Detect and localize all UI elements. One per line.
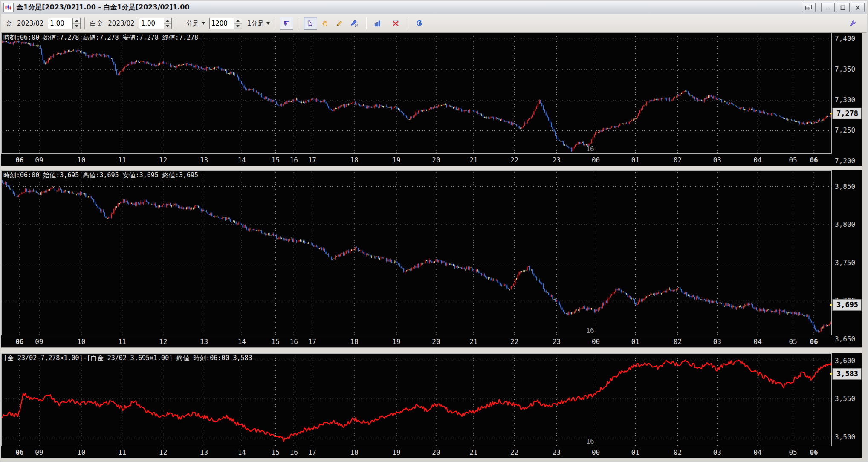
- marker-tool-button[interactable]: [347, 17, 361, 30]
- trading-app-window: { "window": { "title": "金1分足[2023/02]1.0…: [0, 0, 868, 462]
- svg-text:23: 23: [553, 156, 561, 164]
- svg-text:3,850: 3,850: [835, 182, 855, 191]
- highlighter-icon: [350, 18, 358, 29]
- svg-text:3,650: 3,650: [835, 335, 855, 343]
- svg-text:17: 17: [308, 448, 316, 456]
- svg-text:3,600: 3,600: [835, 357, 855, 365]
- title-bar[interactable]: 金1分足[2023/02]1.00 - 白金1分足[2023/02]1.00: [1, 1, 867, 14]
- svg-text:09: 09: [35, 156, 43, 164]
- spread-chart-panel[interactable]: 16[金 23/02 7,278×1.00]-[白金 23/02 3,695×1…: [1, 353, 862, 458]
- refresh-icon: R: [416, 18, 423, 29]
- svg-text:21: 21: [469, 156, 477, 164]
- svg-text:3,550: 3,550: [835, 395, 855, 403]
- period-type-dropdown[interactable]: 分足: [186, 20, 205, 28]
- gold-contract-month: 2023/02: [17, 20, 43, 27]
- bar-count-input[interactable]: [209, 18, 234, 29]
- gold-chart-panel[interactable]: 16時刻:06:00 始値:7,278 高値:7,278 安値:7,278 終値…: [1, 33, 862, 166]
- maximize-button[interactable]: [836, 3, 850, 12]
- svg-text:12: 12: [159, 448, 167, 456]
- platinum-multiplier-spinbox: [139, 18, 172, 29]
- svg-text:01: 01: [631, 448, 639, 456]
- chart-delete-icon: [392, 18, 399, 29]
- gold-multiplier-spinner[interactable]: [72, 18, 81, 29]
- svg-text:12: 12: [159, 156, 167, 164]
- svg-text:22: 22: [510, 448, 518, 456]
- close-button[interactable]: [851, 3, 865, 12]
- chevron-down-icon: [266, 22, 270, 25]
- panel-splitter[interactable]: [1, 166, 862, 170]
- svg-text:00: 00: [592, 338, 600, 346]
- svg-text:00: 00: [592, 156, 600, 164]
- minimize-button[interactable]: [821, 3, 835, 12]
- svg-text:02: 02: [674, 448, 682, 456]
- toolbar: 金 2023/02 白金 2023/02 分足 1分足: [1, 14, 867, 33]
- svg-text:20: 20: [432, 448, 440, 456]
- settings-button[interactable]: [846, 17, 860, 30]
- svg-text:04: 04: [754, 448, 762, 456]
- reload-chart-button[interactable]: R: [413, 17, 426, 30]
- period-type-label: 分足: [186, 20, 199, 28]
- app-candlestick-icon: [3, 3, 14, 12]
- svg-text:09: 09: [35, 338, 43, 346]
- toolbar-separator: [274, 17, 275, 29]
- select-tool-button[interactable]: [304, 17, 317, 30]
- svg-text:23: 23: [553, 338, 561, 346]
- svg-text:06: 06: [15, 338, 23, 346]
- svg-text:23: 23: [553, 448, 561, 456]
- hand-icon: [321, 18, 329, 29]
- gold-multiplier-input[interactable]: [48, 18, 72, 29]
- svg-text:21: 21: [469, 448, 477, 456]
- svg-text:3,583: 3,583: [836, 370, 858, 378]
- gold-symbol-label: 金: [6, 20, 12, 28]
- fit-chart-icon: [283, 18, 290, 29]
- toolbar-separator: [176, 17, 177, 29]
- svg-text:7,250: 7,250: [835, 126, 855, 134]
- toolbar-separator: [298, 17, 299, 29]
- svg-text:05: 05: [789, 448, 797, 456]
- svg-text:10: 10: [77, 156, 85, 164]
- svg-text:15: 15: [272, 338, 280, 346]
- svg-text:18: 18: [350, 338, 358, 346]
- bar-count-spinner[interactable]: [234, 18, 242, 29]
- svg-text:17: 17: [308, 338, 316, 346]
- svg-text:[金 23/02 7,278×1.00]-[白金 23/02: [金 23/02 7,278×1.00]-[白金 23/02 3,695×1.0…: [3, 354, 252, 362]
- svg-text:19: 19: [392, 156, 400, 164]
- svg-text:03: 03: [713, 448, 721, 456]
- svg-text:09: 09: [35, 448, 43, 456]
- svg-text:7,400: 7,400: [835, 35, 855, 43]
- svg-text:00: 00: [592, 448, 600, 456]
- svg-text:06: 06: [810, 338, 818, 346]
- svg-text:10: 10: [77, 448, 85, 456]
- svg-text:16: 16: [586, 326, 594, 335]
- bar-count-spinbox: [209, 18, 242, 29]
- bar-chart-icon: [374, 18, 382, 29]
- svg-text:02: 02: [674, 338, 682, 346]
- platinum-chart-panel[interactable]: 16時刻:06:00 始値:3,695 高値:3,695 安値:3,695 終値…: [1, 170, 862, 347]
- svg-text:7,200: 7,200: [835, 157, 855, 165]
- svg-text:16: 16: [586, 437, 594, 445]
- timeframe-dropdown[interactable]: 1分足: [247, 20, 270, 28]
- svg-text:18: 18: [350, 448, 358, 456]
- draw-line-button[interactable]: [333, 17, 346, 30]
- svg-text:10: 10: [77, 338, 85, 346]
- svg-text:19: 19: [392, 338, 400, 346]
- svg-text:21: 21: [469, 338, 477, 346]
- new-window-button[interactable]: [802, 3, 816, 12]
- platinum-symbol-label: 白金: [90, 20, 103, 28]
- pan-tool-button[interactable]: [318, 17, 332, 30]
- svg-text:06: 06: [810, 448, 818, 456]
- svg-text:15: 15: [272, 448, 280, 456]
- fit-chart-button[interactable]: [280, 17, 293, 30]
- svg-text:3,695: 3,695: [836, 300, 858, 309]
- svg-text:15: 15: [272, 156, 280, 164]
- platinum-multiplier-spinner[interactable]: [164, 18, 172, 29]
- chart-area: 16時刻:06:00 始値:7,278 高値:7,278 安値:7,278 終値…: [1, 33, 862, 461]
- svg-text:06: 06: [810, 156, 818, 164]
- svg-text:時刻:06:00 始値:7,278 高値:7,278 安値:: 時刻:06:00 始値:7,278 高値:7,278 安値:7,278 終値:7…: [3, 34, 198, 41]
- panel-splitter[interactable]: [1, 347, 862, 353]
- chart-style-button[interactable]: [371, 17, 385, 30]
- toolbar-separator: [407, 17, 408, 29]
- remove-indicator-button[interactable]: [389, 17, 402, 30]
- platinum-multiplier-input[interactable]: [139, 18, 164, 29]
- cursor-icon: [307, 18, 314, 29]
